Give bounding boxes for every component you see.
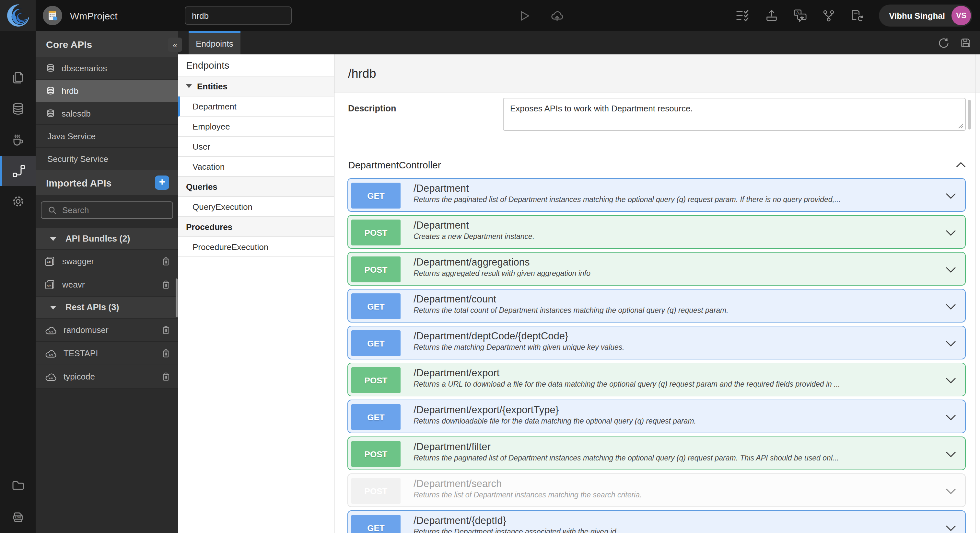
language-icon[interactable]: A (793, 9, 807, 22)
chevron-down-icon[interactable] (946, 525, 956, 531)
endpoint-row-get-exporttype[interactable]: GET /Department/export/{exportType} Retu… (347, 400, 966, 433)
search-icon (48, 206, 57, 215)
top-bar: WmProject A (0, 0, 980, 31)
endpoint-row-get-deptid[interactable]: GET /Department/{deptId} Returns the Dep… (347, 510, 966, 533)
endpoint-path: /Department/export/{exportType} (414, 400, 965, 416)
textarea-scrollbar[interactable] (968, 100, 971, 130)
sidebar-search[interactable] (41, 201, 173, 219)
run-icon[interactable] (519, 10, 531, 22)
tree-item-vacation[interactable]: Vacation (178, 157, 334, 177)
tree-item-employee[interactable]: Employee (178, 117, 334, 136)
endpoint-row-post-department[interactable]: POST /Department Creates a new Departmen… (347, 215, 966, 249)
tree-item-queryexecution[interactable]: QueryExecution (178, 197, 334, 217)
sidebar-item-salesdb[interactable]: salesdb (36, 102, 178, 125)
delete-icon[interactable] (161, 325, 170, 335)
sidebar-scrollbar[interactable] (176, 279, 178, 317)
file-sync-icon[interactable] (850, 9, 864, 22)
chevron-down-icon[interactable] (946, 193, 956, 199)
sidebar-search-wrap (36, 195, 178, 228)
group-rest-apis[interactable]: Rest APIs (3) (36, 297, 178, 319)
sidebar-title: Core APIs (36, 31, 178, 57)
global-search-input[interactable] (185, 6, 292, 25)
tree-item-label: Department (192, 102, 237, 111)
delete-icon[interactable] (161, 372, 170, 381)
endpoint-path: /Department/aggregations (414, 252, 965, 268)
description-textarea[interactable]: Exposes APIs to work with Department res… (503, 98, 966, 131)
rail-java-icon[interactable] (0, 125, 36, 154)
rail-apis-icon-active[interactable] (0, 156, 36, 186)
export-icon[interactable] (765, 9, 778, 22)
tree-section-queries[interactable]: Queries (178, 177, 334, 197)
chevron-down-icon[interactable] (946, 341, 956, 346)
collapse-section-icon[interactable] (956, 162, 966, 168)
endpoint-row-get-department[interactable]: GET /Department Returns the paginated li… (347, 178, 966, 212)
deploy-icon[interactable] (549, 9, 565, 22)
api-item-typicode[interactable]: API typicode (36, 365, 178, 389)
sidebar-item-hrdb[interactable]: hrdb (36, 80, 178, 102)
refresh-icon[interactable] (938, 37, 949, 48)
group-api-bundles[interactable]: API Bundles (2) (36, 228, 178, 250)
editor-tabstrip: Endpoints (178, 31, 980, 54)
chevron-down-icon[interactable] (946, 414, 956, 420)
endpoint-row-post-aggregations[interactable]: POST /Department/aggregations Returns ag… (347, 252, 966, 286)
delete-icon[interactable] (161, 348, 170, 358)
tree-item-procedureexecution[interactable]: ProcedureExecution (178, 237, 334, 257)
user-menu[interactable]: Vibhu Singhal VS (878, 5, 972, 27)
endpoint-row-post-filter[interactable]: POST /Department/filter Returns the pagi… (347, 436, 966, 470)
sidebar-item-dbscenarios[interactable]: dbscenarios (36, 57, 178, 80)
chevron-down-icon[interactable] (946, 488, 956, 494)
endpoints-tree-panel: Endpoints Entities Department Employee U… (178, 54, 334, 533)
chevron-down-icon[interactable] (946, 230, 956, 236)
api-item-swagger[interactable]: API swagger (36, 250, 178, 273)
sidebar-search-input[interactable] (62, 205, 166, 215)
endpoint-row-post-export[interactable]: POST /Department/export Returns a URL to… (347, 363, 966, 397)
endpoint-description: Returns the Department instance associat… (414, 528, 926, 533)
rail-database-icon[interactable] (0, 95, 36, 123)
tree-item-department[interactable]: Department (178, 97, 334, 117)
caret-down-icon (50, 237, 56, 241)
tab-endpoints[interactable]: Endpoints (189, 31, 240, 54)
endpoint-row-get-count[interactable]: GET /Department/count Returns the total … (347, 289, 966, 322)
left-rail: LOG (0, 31, 36, 533)
endpoint-description: Returns downloadable file for the data m… (414, 417, 926, 425)
description-label: Description (348, 104, 396, 113)
api-item-testapi[interactable]: API TESTAPI (36, 342, 178, 365)
endpoint-row-get-deptcode[interactable]: GET /Department/deptCode/{deptCode} Retu… (347, 326, 966, 359)
tree-section-entities[interactable]: Entities (178, 76, 334, 97)
project-switcher[interactable]: WmProject (43, 0, 118, 31)
add-api-button[interactable]: + (155, 176, 169, 190)
svg-text:API: API (47, 260, 51, 263)
tree-section-procedures[interactable]: Procedures (178, 217, 334, 237)
rail-logs-icon[interactable]: LOG (0, 503, 36, 532)
sidebar-item-security-service[interactable]: Security Service (36, 148, 178, 170)
delete-icon[interactable] (161, 257, 170, 266)
content-scrollbar-track[interactable] (975, 54, 976, 533)
chevron-down-icon[interactable] (946, 267, 956, 273)
rail-settings-icon[interactable] (0, 187, 36, 216)
chevron-down-icon[interactable] (946, 451, 956, 457)
delete-icon[interactable] (161, 280, 170, 289)
rail-more-icon[interactable] (0, 532, 36, 533)
save-icon[interactable] (961, 38, 971, 48)
api-item-randomuser[interactable]: API randomuser (36, 319, 178, 342)
collapse-sidebar-button[interactable]: « (168, 38, 182, 52)
git-branch-icon[interactable] (821, 9, 835, 22)
endpoint-path: /Department (414, 216, 965, 231)
imported-apis-title: Imported APIs (46, 177, 111, 188)
api-item-label: swagger (62, 257, 155, 266)
api-item-weavr[interactable]: API weavr (36, 273, 178, 297)
method-badge: GET (351, 515, 401, 533)
brand-logo[interactable] (0, 0, 36, 31)
tree-section-label: Queries (186, 182, 218, 191)
tree-item-user[interactable]: User (178, 136, 334, 157)
rail-pages-icon[interactable] (0, 63, 36, 92)
chevron-down-icon[interactable] (946, 378, 956, 383)
checklist-icon[interactable] (735, 9, 749, 22)
rail-files-icon[interactable] (0, 471, 36, 500)
app-window: WmProject A (0, 0, 980, 533)
endpoint-row-post-search-disabled[interactable]: POST /Department/search Returns the list… (347, 473, 966, 507)
chevron-down-icon[interactable] (946, 304, 956, 309)
resize-handle-icon[interactable] (958, 123, 964, 129)
sidebar-item-java-service[interactable]: Java Service (36, 125, 178, 148)
method-badge: GET (351, 404, 401, 430)
